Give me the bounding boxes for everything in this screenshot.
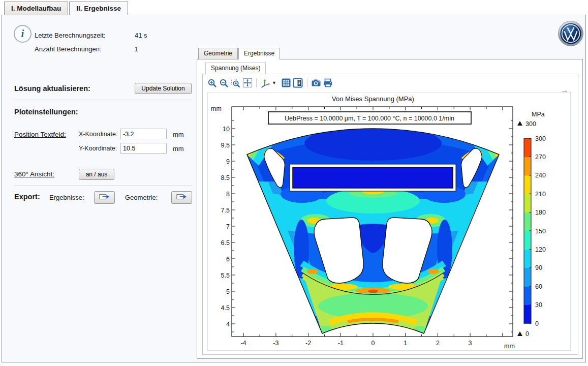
graphics-toolbar: ▼ — [206, 76, 334, 89]
tab-spannung-mises[interactable]: Spannung (Mises) — [205, 63, 266, 74]
grid-toggle-icon[interactable] — [281, 77, 292, 88]
y-axis-labels: 109.598.587.576.565.554.54 — [221, 126, 230, 328]
x-coordinate-input[interactable] — [120, 129, 167, 139]
y-coordinate-label: Y-Koordinate: — [79, 145, 117, 152]
x-coordinate-label: X-Koordinate: — [79, 131, 117, 138]
svg-text:300: 300 — [535, 135, 546, 142]
svg-text:4.5: 4.5 — [221, 304, 230, 312]
zoom-out-icon[interactable] — [218, 77, 230, 88]
svg-text:-3: -3 — [273, 340, 278, 347]
x-unit-label: mm — [173, 131, 184, 138]
svg-text:2: 2 — [436, 340, 440, 347]
export-geometry-button[interactable] — [171, 191, 192, 204]
export-geometry-label: Geometrie: — [125, 194, 158, 201]
x-axis-labels: -4-3-2-10123 — [241, 340, 472, 347]
svg-text:60: 60 — [535, 283, 542, 290]
computation-count-label: Anzahl Berechnungen: — [35, 45, 102, 53]
plot-settings-heading: Ploteinstellungen: — [14, 108, 78, 116]
von-mises-plot: Von Mises Spannung (MPa) mm — [208, 93, 571, 351]
info-icon: i — [14, 25, 32, 43]
legend-min-arrow-icon — [517, 331, 522, 336]
view-orientation-icon[interactable] — [260, 77, 271, 88]
zoom-extents-icon[interactable] — [241, 77, 253, 88]
svg-text:120: 120 — [535, 246, 546, 253]
magnet — [293, 167, 453, 188]
annotation-box: UebPress = 10.0000 µm, T = 100.000 °C, n… — [268, 112, 471, 124]
export-results-label: Ergebnisse: — [49, 194, 84, 201]
svg-text:6: 6 — [226, 256, 230, 263]
svg-text:6.5: 6.5 — [221, 239, 230, 247]
plot-subtab-bar: Spannung (Mises) — [205, 63, 266, 74]
y-unit-label: mm — [173, 145, 184, 152]
annotation-text: UebPress = 10.0000 µm, T = 100.000 °C, n… — [285, 115, 454, 122]
svg-text:9: 9 — [226, 158, 230, 165]
legend-max-value: 300 — [525, 120, 536, 128]
divider — [14, 185, 192, 186]
export-icon — [99, 193, 110, 201]
graphics-tab-bar: Geometrie Ergebnisse — [198, 48, 280, 59]
svg-text:8.5: 8.5 — [221, 174, 230, 181]
svg-text:-4: -4 — [241, 340, 246, 347]
svg-text:0: 0 — [535, 320, 539, 327]
computation-count-value: 1 — [135, 45, 138, 53]
vw-logo — [558, 20, 584, 47]
color-legend-toggle-icon[interactable] — [292, 77, 304, 88]
last-computation-value: 41 s — [135, 32, 147, 39]
svg-text:0: 0 — [372, 340, 375, 347]
tab-modellaufbau[interactable]: I. Modellaufbau — [4, 2, 68, 15]
textfield-position-label: Position Textfeld: — [14, 131, 66, 138]
svg-text:7.5: 7.5 — [221, 207, 230, 214]
svg-text:210: 210 — [535, 191, 546, 198]
view-360-toggle-button[interactable]: an / aus — [79, 169, 114, 180]
svg-text:-1: -1 — [338, 340, 344, 347]
svg-text:240: 240 — [535, 172, 546, 179]
divider — [14, 100, 192, 100]
rotor-sector-contour — [247, 126, 499, 334]
svg-text:7: 7 — [226, 223, 230, 230]
last-computation-label: Letzte Berechnungszeit: — [35, 32, 105, 39]
y-coordinate-input[interactable] — [120, 143, 167, 154]
view-360-label: 360° Ansicht: — [14, 170, 54, 178]
export-results-button[interactable] — [94, 191, 115, 204]
tab-ergebnisse-graphics[interactable]: Ergebnisse — [238, 48, 280, 59]
toolbar-separator — [256, 78, 257, 87]
y-axis-unit: mm — [211, 105, 222, 112]
svg-text:1: 1 — [404, 340, 407, 347]
svg-text:10: 10 — [223, 126, 230, 133]
toolbar-separator — [307, 78, 307, 87]
export-heading: Export: — [14, 193, 40, 201]
svg-text:90: 90 — [535, 264, 542, 271]
tab-geometrie[interactable]: Geometrie — [198, 48, 238, 59]
legend-unit: MPa — [532, 111, 545, 118]
svg-text:4: 4 — [226, 321, 230, 328]
svg-text:180: 180 — [535, 209, 546, 216]
svg-text:150: 150 — [535, 228, 546, 235]
color-legend: MPa 300 0306090120150180210240270300 0 — [517, 111, 546, 338]
graphics-canvas[interactable]: Von Mises Spannung (MPa) mm — [207, 92, 571, 351]
svg-text:5.5: 5.5 — [221, 272, 230, 279]
svg-text:5: 5 — [226, 288, 230, 295]
zoom-in-icon[interactable] — [206, 77, 218, 88]
svg-text:3: 3 — [469, 340, 472, 347]
app-window: I. Modellaufbau II. Ergebnisse i Letzte … — [0, 0, 588, 366]
tab-ergebnisse[interactable]: II. Ergebnisse — [69, 2, 128, 15]
update-solution-label: Lösung aktualisieren: — [14, 84, 90, 93]
legend-labels: 0306090120150180210240270300 — [529, 135, 546, 327]
snapshot-camera-icon[interactable] — [311, 77, 322, 88]
svg-text:9.5: 9.5 — [221, 142, 230, 149]
legend-min-value: 0 — [525, 330, 529, 338]
main-tab-bar: I. Modellaufbau II. Ergebnisse — [4, 2, 128, 15]
zoom-box-icon[interactable] — [230, 77, 241, 88]
print-icon[interactable] — [322, 77, 334, 88]
svg-text:-2: -2 — [305, 340, 311, 347]
legend-max-arrow-icon — [517, 121, 522, 126]
plot-title: Von Mises Spannung (MPa) — [332, 95, 414, 103]
view-orientation-dropdown-icon[interactable]: ▼ — [272, 80, 276, 85]
export-icon — [176, 193, 187, 201]
svg-text:30: 30 — [535, 301, 542, 309]
svg-text:8: 8 — [226, 191, 230, 198]
svg-text:270: 270 — [535, 154, 546, 161]
update-solution-button[interactable]: Update Solution — [135, 83, 192, 94]
x-axis-unit: mm — [504, 343, 515, 350]
